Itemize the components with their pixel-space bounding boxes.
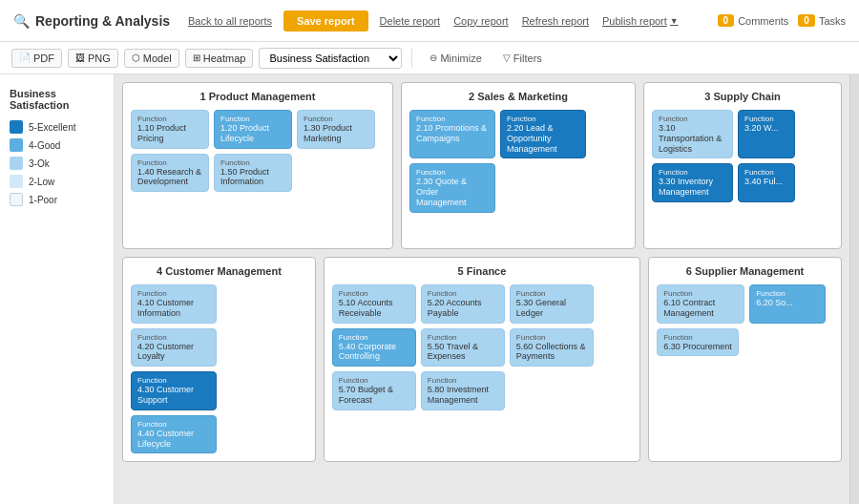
pdf-button[interactable]: 📄 PDF: [11, 49, 62, 68]
legend-color-4: [10, 138, 23, 152]
legend-item-4: 4-Good: [10, 138, 104, 152]
card-1-10[interactable]: Function 1.10 Product Pricing: [131, 110, 209, 149]
app-title: Reporting & Analysis: [35, 13, 170, 29]
model-button[interactable]: ⬡ Model: [124, 49, 179, 68]
section-4-title: 4 Customer Management: [131, 265, 307, 277]
card-5-10[interactable]: Function 5.10 Accounts Receivable: [332, 284, 416, 324]
save-button[interactable]: Save report: [283, 10, 368, 32]
card-2-20[interactable]: Function 2.20 Lead & Opportunity Managem…: [500, 110, 586, 158]
tasks-badge-btn[interactable]: 0 Tasks: [798, 14, 846, 27]
header-right: 0 Comments 0 Tasks: [718, 14, 846, 27]
card-4-20[interactable]: Function 4.20 Customer Loyalty: [131, 328, 217, 368]
card-2-30[interactable]: Function 2.30 Quote & Order Management: [409, 163, 495, 212]
legend-panel: Business Satisfaction 5-Excellent 4-Good…: [0, 74, 115, 504]
tasks-label: Tasks: [819, 15, 846, 27]
copy-button[interactable]: Copy report: [448, 13, 513, 29]
delete-button[interactable]: Delete report: [374, 13, 447, 29]
legend-item-1: 1-Poor: [10, 193, 104, 206]
comments-badge-btn[interactable]: 0 Comments: [718, 14, 789, 27]
card-2-10[interactable]: Function 2.10 Promotions & Campaigns: [409, 110, 495, 158]
publish-button[interactable]: Publish report ▼: [597, 13, 684, 29]
section-customer-mgmt: 4 Customer Management Function 4.10 Cust…: [122, 257, 316, 462]
filter-icon: ▽: [503, 52, 511, 63]
section-product-management: 1 Product Management Function 1.10 Produ…: [122, 82, 393, 249]
heatmap-dropdown[interactable]: Business Satisfaction: [259, 48, 402, 69]
toolbar: 📄 PDF 🖼 PNG ⬡ Model ⊞ Heatmap Business S…: [0, 42, 859, 74]
card-3-30[interactable]: Function 3.30 Inventory Management: [652, 163, 733, 202]
card-1-50[interactable]: Function 1.50 Product Information: [214, 154, 292, 193]
chevron-down-icon: ▼: [670, 16, 679, 26]
minimize-button[interactable]: ⊖ Minimize: [422, 50, 489, 67]
content-area: 1 Product Management Function 1.10 Produ…: [115, 74, 849, 504]
card-6-30[interactable]: Function 6.30 Procurement: [657, 328, 739, 357]
comments-count-badge: 0: [718, 14, 735, 27]
comments-label: Comments: [738, 15, 788, 27]
back-link[interactable]: Back to all reports: [182, 13, 278, 29]
minimize-icon: ⊖: [430, 52, 437, 63]
section-1-title: 1 Product Management: [131, 91, 385, 102]
logo-area: 🔍 Reporting & Analysis: [13, 13, 171, 29]
legend-item-2: 2-Low: [10, 175, 104, 188]
legend-color-3: [10, 157, 23, 170]
card-3-40[interactable]: Function 3.40 Ful...: [738, 163, 795, 202]
legend-color-2: [10, 175, 23, 188]
refresh-button[interactable]: Refresh report: [516, 13, 595, 29]
pdf-icon: 📄: [19, 52, 31, 63]
header: 🔍 Reporting & Analysis Back to all repor…: [0, 0, 859, 42]
tasks-count-badge: 0: [798, 14, 815, 27]
card-5-80[interactable]: Function 5.80 Investment Management: [421, 371, 505, 410]
card-5-50[interactable]: Function 5.50 Travel & Expenses: [421, 328, 505, 368]
card-4-10[interactable]: Function 4.10 Customer Information: [131, 284, 217, 324]
png-icon: 🖼: [75, 52, 85, 63]
card-1-40[interactable]: Function 1.40 Research & Development: [131, 154, 209, 193]
legend-color-5: [10, 120, 23, 134]
section-5-title: 5 Finance: [332, 265, 632, 277]
card-1-20[interactable]: Function 1.20 Product Lifecycle: [214, 110, 292, 149]
model-icon: ⬡: [132, 52, 140, 63]
card-5-60[interactable]: Function 5.60 Collections & Payments: [510, 328, 594, 368]
card-5-70[interactable]: Function 5.70 Budget & Forecast: [332, 371, 416, 410]
main-area: Business Satisfaction 5-Excellent 4-Good…: [0, 74, 859, 504]
row-1: 1 Product Management Function 1.10 Produ…: [122, 82, 842, 249]
heatmap-button[interactable]: ⊞ Heatmap: [185, 49, 254, 68]
logo-icon: 🔍: [13, 13, 30, 29]
card-5-20[interactable]: Function 5.20 Accounts Payable: [421, 284, 505, 324]
legend-item-5: 5-Excellent: [10, 120, 104, 134]
card-3-10[interactable]: Function 3.10 Transportation & Logistics: [652, 110, 733, 158]
card-6-10[interactable]: Function 6.10 Contract Management: [657, 284, 744, 324]
filters-button[interactable]: ▽ Filters: [495, 50, 550, 67]
png-button[interactable]: 🖼 PNG: [68, 49, 118, 68]
legend-color-1: [10, 193, 23, 206]
section-3-title: 3 Supply Chain: [652, 91, 833, 102]
legend-title: Business Satisfaction: [10, 88, 104, 111]
card-4-40[interactable]: Function 4.40 Customer Lifecycle: [131, 415, 217, 454]
card-1-30[interactable]: Function 1.30 Product Marketing: [297, 110, 375, 149]
section-sales-marketing: 2 Sales & Marketing Function 2.10 Promot…: [401, 82, 636, 249]
legend-item-3: 3-Ok: [10, 157, 104, 170]
scrollbar[interactable]: [849, 74, 859, 504]
row-2: 4 Customer Management Function 4.10 Cust…: [122, 257, 842, 462]
section-supply-chain: 3 Supply Chain Function 3.10 Transportat…: [643, 82, 842, 249]
card-3-20[interactable]: Function 3.20 W...: [738, 110, 795, 158]
section-2-title: 2 Sales & Marketing: [409, 91, 627, 102]
card-4-30[interactable]: Function 4.30 Customer Support: [131, 371, 217, 410]
section-finance: 5 Finance Function 5.10 Accounts Receiva…: [324, 257, 640, 462]
heatmap-icon: ⊞: [193, 52, 200, 63]
card-6-20[interactable]: Function 6.20 So...: [749, 284, 826, 324]
section-6-title: 6 Supplier Management: [657, 265, 833, 277]
header-nav: Back to all reports Save report Delete r…: [182, 10, 706, 32]
card-5-40[interactable]: Function 5.40 Corporate Controlling: [332, 328, 416, 368]
card-5-30[interactable]: Function 5.30 General Ledger: [510, 284, 594, 324]
section-supplier-mgmt: 6 Supplier Management Function 6.10 Cont…: [648, 257, 842, 462]
